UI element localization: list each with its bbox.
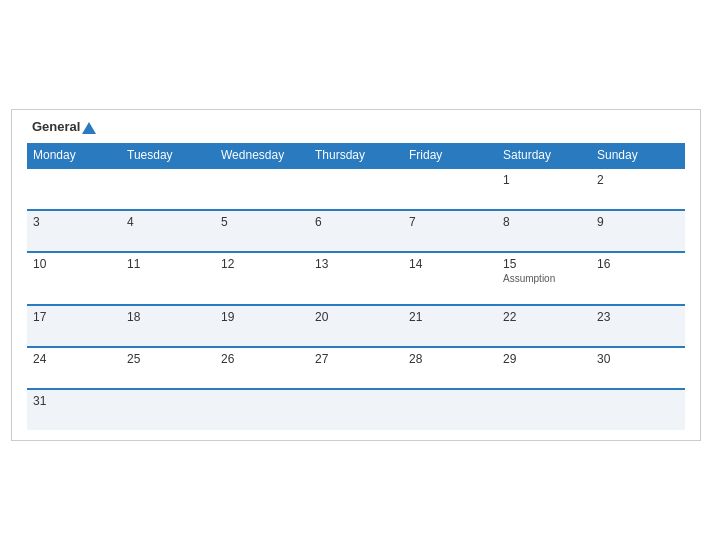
logo-triangle-icon (82, 122, 96, 134)
week-row-1: 12 (27, 168, 685, 210)
day-number: 21 (409, 310, 491, 324)
day-cell (309, 389, 403, 430)
day-number: 30 (597, 352, 679, 366)
day-number: 28 (409, 352, 491, 366)
day-number: 23 (597, 310, 679, 324)
weekday-header-wednesday: Wednesday (215, 143, 309, 168)
logo-general-text: General (32, 120, 96, 134)
day-cell: 10 (27, 252, 121, 305)
day-cell: 30 (591, 347, 685, 389)
weekday-header-saturday: Saturday (497, 143, 591, 168)
day-cell (215, 389, 309, 430)
day-cell: 22 (497, 305, 591, 347)
day-cell: 4 (121, 210, 215, 252)
day-cell: 9 (591, 210, 685, 252)
day-cell: 25 (121, 347, 215, 389)
week-row-3: 101112131415Assumption16 (27, 252, 685, 305)
day-cell (497, 389, 591, 430)
calendar-container: General MondayTuesdayWednesdayThursdayFr… (11, 109, 701, 440)
calendar-header: General (27, 120, 685, 134)
day-cell (121, 389, 215, 430)
day-number: 1 (503, 173, 585, 187)
day-cell: 3 (27, 210, 121, 252)
day-number: 18 (127, 310, 209, 324)
day-number: 2 (597, 173, 679, 187)
day-number: 25 (127, 352, 209, 366)
week-row-4: 17181920212223 (27, 305, 685, 347)
day-number: 19 (221, 310, 303, 324)
day-cell: 31 (27, 389, 121, 430)
day-cell: 24 (27, 347, 121, 389)
day-number: 22 (503, 310, 585, 324)
weekday-header-thursday: Thursday (309, 143, 403, 168)
day-cell: 29 (497, 347, 591, 389)
day-cell: 20 (309, 305, 403, 347)
week-row-5: 24252627282930 (27, 347, 685, 389)
day-cell: 23 (591, 305, 685, 347)
day-number: 26 (221, 352, 303, 366)
day-cell: 5 (215, 210, 309, 252)
day-cell (591, 389, 685, 430)
day-number: 9 (597, 215, 679, 229)
day-number: 29 (503, 352, 585, 366)
day-number: 10 (33, 257, 115, 271)
day-cell: 12 (215, 252, 309, 305)
day-event: Assumption (503, 273, 585, 284)
day-cell: 6 (309, 210, 403, 252)
day-number: 17 (33, 310, 115, 324)
day-number: 31 (33, 394, 115, 408)
week-row-2: 3456789 (27, 210, 685, 252)
day-cell: 8 (497, 210, 591, 252)
day-number: 15 (503, 257, 585, 271)
day-cell (403, 168, 497, 210)
day-cell: 26 (215, 347, 309, 389)
day-number: 4 (127, 215, 209, 229)
day-number: 11 (127, 257, 209, 271)
weekday-header-friday: Friday (403, 143, 497, 168)
day-number: 8 (503, 215, 585, 229)
day-number: 14 (409, 257, 491, 271)
calendar-table: MondayTuesdayWednesdayThursdayFridaySatu… (27, 143, 685, 430)
day-cell: 13 (309, 252, 403, 305)
day-cell: 27 (309, 347, 403, 389)
day-number: 27 (315, 352, 397, 366)
day-cell: 11 (121, 252, 215, 305)
day-number: 6 (315, 215, 397, 229)
day-cell: 19 (215, 305, 309, 347)
weekday-header-row: MondayTuesdayWednesdayThursdayFridaySatu… (27, 143, 685, 168)
day-cell: 7 (403, 210, 497, 252)
day-cell: 2 (591, 168, 685, 210)
day-number: 12 (221, 257, 303, 271)
weekday-header-tuesday: Tuesday (121, 143, 215, 168)
day-cell: 15Assumption (497, 252, 591, 305)
day-number: 13 (315, 257, 397, 271)
day-number: 7 (409, 215, 491, 229)
day-cell: 14 (403, 252, 497, 305)
day-cell: 16 (591, 252, 685, 305)
day-cell: 18 (121, 305, 215, 347)
day-number: 16 (597, 257, 679, 271)
day-number: 5 (221, 215, 303, 229)
day-cell: 28 (403, 347, 497, 389)
day-number: 24 (33, 352, 115, 366)
day-cell: 21 (403, 305, 497, 347)
day-cell (121, 168, 215, 210)
logo: General (32, 120, 96, 134)
day-cell (403, 389, 497, 430)
week-row-6: 31 (27, 389, 685, 430)
day-number: 20 (315, 310, 397, 324)
day-cell (309, 168, 403, 210)
day-cell (27, 168, 121, 210)
weekday-header-monday: Monday (27, 143, 121, 168)
day-number: 3 (33, 215, 115, 229)
day-cell: 1 (497, 168, 591, 210)
day-cell (215, 168, 309, 210)
weekday-header-sunday: Sunday (591, 143, 685, 168)
day-cell: 17 (27, 305, 121, 347)
